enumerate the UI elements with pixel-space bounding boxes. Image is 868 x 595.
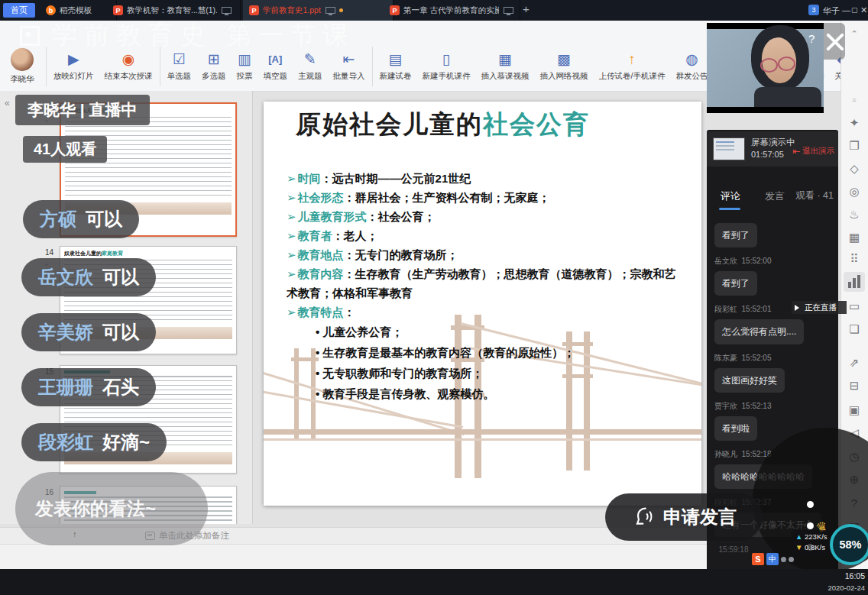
slide-title: 原始社会儿童的社会公育 [296,108,590,142]
exit-icon [792,146,800,157]
subjective-question-button[interactable]: ✎主观题 [293,42,328,91]
emoji-tool-icon[interactable]: ◎ [845,185,863,199]
share-timer: 01:57:05 [751,150,784,159]
chat-tabs: 评论 发言 观看 · 41 [707,180,838,211]
slide-bullet: ➢教育地点：无专门的教育场所； [287,245,685,264]
glasses-icon [760,58,778,73]
clock-date: 2020-02-24 [825,582,865,593]
insert-mooc-video-button[interactable]: ▦插入慕课视频 [476,42,535,91]
copy-tool-icon[interactable]: ❏ [845,322,863,336]
shapes-tool-icon[interactable]: ◇ [845,162,863,176]
clock-time: 16:05 [825,571,865,582]
speaking-head-icon [631,505,656,529]
table-tool-icon[interactable]: ▦ [845,231,863,244]
help-overlay-icon[interactable]: ? [808,32,815,45]
taskbar-clock[interactable]: 16:05 2020-02-24 [825,571,865,593]
current-slide[interactable]: 原始社会儿童的社会公育 ➢时间：远古时期——公元前21世纪 ➢社会形态：群居社会… [264,102,701,506]
play-slideshow-button[interactable]: ▶放映幻灯片 [48,42,99,91]
tab-comments[interactable]: 评论 [721,189,740,203]
slide-bullet: ➢时间：远古时期——公元前21世纪 [287,169,685,188]
minus-tool-icon[interactable]: ⊟ [845,379,863,393]
components-tool-icon[interactable]: ⠿ [845,252,863,266]
acceleration-ball[interactable]: 58% [830,524,868,565]
close-window-icon[interactable]: ✕ [860,5,867,15]
new-exam-button[interactable]: ▤新建试卷 [374,42,417,91]
new-mobile-courseware-button[interactable]: ▯新建手机课件 [417,42,476,91]
request-to-speak-button[interactable]: 申请发言 [605,493,763,541]
danmaku-comment: 岳文欣可以 [21,258,156,296]
tab-docer[interactable]: b 稻壳模板 [40,0,117,21]
pages-tool-icon[interactable]: ❐ [845,139,863,153]
end-lecture-button[interactable]: ◉结束本次授课 [99,42,158,91]
fill-blank-button[interactable]: [A]填空题 [258,42,293,91]
danmaku-comment: 辛美娇可以 [21,313,156,351]
tab-speak[interactable]: 发言 [765,189,785,203]
chart-tool-icon[interactable] [844,272,865,292]
insert-web-video-button[interactable]: ▩插入网络视频 [535,42,594,91]
live-streaming-tip: 正在直播 [792,301,847,314]
batch-import-button[interactable]: ⇤批量导入 [328,42,371,91]
restore-icon[interactable]: ▢ [851,6,858,14]
share-status: 屏幕演示中 [751,137,795,148]
slide-bullet: ➢教育内容：生存教育（生产劳动教育）；思想教育（道德教育）；宗教和艺术教育；体格… [287,264,685,302]
upload-exam-button[interactable]: ↑上传试卷/手机课件 [594,42,671,91]
streamer-live-badge: 李晓华 | 直播中 [15,95,150,125]
slide-sub-bullet: •生存教育是最基本的教育内容（教育的原始性）； [316,342,685,363]
minimize-icon[interactable]: — [842,5,850,15]
window-user: 华子 [823,5,840,17]
tab-viewers[interactable]: 观看 · 41 [795,189,834,202]
avatar [11,48,34,71]
slide-bullet: ➢教育者：老人； [287,226,685,245]
exit-presentation-button[interactable]: 退出演示 [792,146,834,157]
image-tool-icon[interactable]: ▣ [845,403,863,417]
ime-dot-icon [789,557,794,562]
slide-bullet: ➢教育特点： [287,302,685,322]
ime-dot-icon [781,557,786,562]
overlay-dot[interactable] [807,501,814,508]
download-arrow-icon [795,543,802,551]
divider [46,47,47,86]
slide-sub-bullet: •教育手段是言传身教、观察模仿。 [316,383,685,404]
seal-tool-icon[interactable]: ✦ [845,116,863,130]
new-tab-button[interactable]: + [523,2,530,15]
thumb-number: 14 [34,248,53,257]
vote-button[interactable]: ▥投票 [232,42,258,91]
chat-message: 看到了 [714,218,832,247]
tab-pdf-1[interactable]: P 教学机智：教育智...慧(1).pdf [107,0,241,21]
comment-input-prompt[interactable]: 发表你的看法~ [15,472,208,545]
chat-message: 陈东豪 15:52:05 这图画好好笑 [714,353,832,393]
webcam-video[interactable] [707,23,824,113]
collapse-panel-icon[interactable]: « [5,98,10,108]
chat-message: 岳文欣 15:52:00 看到了 [714,256,832,296]
viewer-count-badge: 41人观看 [23,136,107,163]
overlay-dot[interactable] [807,522,814,529]
effects-tool-icon[interactable]: ♨ [845,208,863,222]
share-thumbnail [713,137,745,160]
sogou-icon[interactable]: S [752,553,764,565]
tab-home[interactable]: 首页 [3,3,35,18]
tab-pdf-2[interactable]: P 第一章 古代学前教育的实施.pdf [384,0,520,21]
language-icon[interactable]: 中 [766,553,779,565]
windows-taskbar [0,569,868,595]
monitor-icon [504,7,513,14]
window-tab-bar: 首页 b 稻壳模板 P 教学机智：教育智...慧(1).pdf P 学前教育史1… [0,0,868,21]
unsaved-dot [339,8,343,12]
danmaku-comment: 方硕可以 [23,200,139,238]
speaker-icon [795,305,802,311]
multi-choice-button[interactable]: ⊞多选题 [196,42,232,91]
input-method-bar[interactable]: S 中 [752,553,794,566]
pdf-icon: P [390,5,400,15]
media-tool-icon[interactable]: ▭ [845,299,863,313]
danmaku-comment: 王珊珊石头 [21,368,156,406]
monitor-icon [222,7,232,14]
close-video-icon[interactable] [822,29,848,55]
tab-ppt-active[interactable]: P 学前教育史1.ppt [243,0,394,21]
share-tool-icon[interactable]: ⇗ [845,356,863,370]
person-body [754,87,821,107]
message-badge[interactable]: 3 [808,5,819,15]
slide-body: ➢时间：远古时期——公元前21世纪 ➢社会形态：群居社会；生产资料公有制；无家庭… [287,169,685,404]
single-choice-button[interactable]: ☑单选题 [162,42,197,91]
slide-sub-bullet: •无专职教师和专门的教育场所； [316,363,685,383]
slide-bullet: ➢儿童教育形式：社会公育； [287,207,685,226]
ribbon-user[interactable]: 李晓华 [0,42,44,91]
